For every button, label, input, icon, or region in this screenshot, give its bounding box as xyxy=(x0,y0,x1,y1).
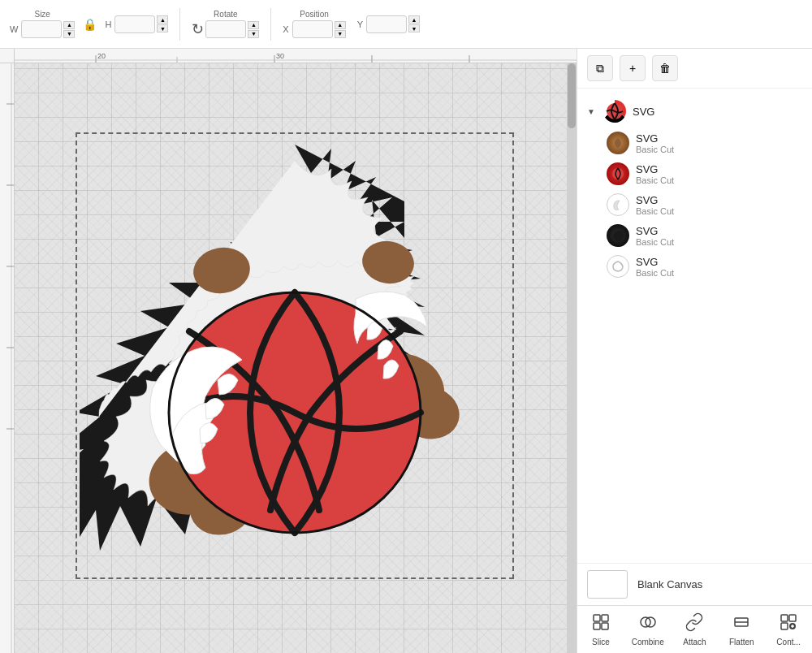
copy-layer-button[interactable]: ⧉ xyxy=(587,55,613,81)
layer-name-0: SVG xyxy=(636,132,674,145)
layer-item-2[interactable]: SVG Basic Cut xyxy=(577,189,812,220)
layer-info-2: SVG Basic Cut xyxy=(636,194,674,216)
x-up[interactable]: ▲ xyxy=(335,21,346,29)
scrollbar-thumb[interactable] xyxy=(568,63,576,128)
slice-icon xyxy=(591,612,611,636)
more-button[interactable]: Cont... xyxy=(765,609,812,650)
y-group: Y ▲ ▼ xyxy=(357,15,420,33)
layer-item-0[interactable]: SVG Basic Cut xyxy=(577,128,812,158)
layer-thumb-0 xyxy=(607,132,629,154)
thumb-svg-3 xyxy=(610,227,626,244)
layer-subname-2: Basic Cut xyxy=(636,206,674,216)
lock-icon[interactable]: 🔒 xyxy=(83,18,97,31)
layer-thumb-parent xyxy=(603,100,626,123)
layer-subname-4: Basic Cut xyxy=(636,268,674,278)
y-label: Y xyxy=(357,19,363,29)
size-group: Size W ▲ ▼ xyxy=(10,10,75,38)
w-label: W xyxy=(10,24,18,34)
canvas-area[interactable] xyxy=(15,63,577,653)
bear-svg xyxy=(80,136,510,575)
y-down[interactable]: ▼ xyxy=(408,24,420,32)
layer-name-1: SVG xyxy=(636,163,674,175)
svg-rect-32 xyxy=(789,615,796,621)
layer-parent-info: SVG xyxy=(633,106,654,118)
combine-button[interactable]: Combine xyxy=(624,609,672,650)
y-stepper[interactable]: ▲ ▼ xyxy=(408,15,420,32)
svg-rect-26 xyxy=(602,623,608,629)
rotate-group: Rotate ↻ ▲ ▼ xyxy=(192,10,259,38)
width-stepper[interactable]: ▲ ▼ xyxy=(63,21,75,38)
layer-info-0: SVG Basic Cut xyxy=(636,132,674,154)
layer-thumb-2 xyxy=(607,193,629,216)
combine-icon xyxy=(638,612,658,636)
layers-list: ▼ SVG SVG Basic Cut xyxy=(577,89,812,563)
height-input[interactable] xyxy=(114,15,155,33)
height-group: H ▲ ▼ xyxy=(105,15,168,33)
slice-button[interactable]: Slice xyxy=(577,609,624,650)
height-down[interactable]: ▼ xyxy=(157,24,168,32)
width-input[interactable] xyxy=(21,20,62,38)
flatten-label: Flatten xyxy=(729,638,754,647)
attach-icon xyxy=(685,612,704,636)
divider-2 xyxy=(270,8,271,41)
layer-parent-name: SVG xyxy=(633,106,654,118)
combine-label: Combine xyxy=(632,638,664,647)
combine-svg xyxy=(638,612,658,632)
more-label: Cont... xyxy=(776,638,800,647)
layer-info-1: SVG Basic Cut xyxy=(636,163,674,185)
rotate-down[interactable]: ▼ xyxy=(248,30,259,38)
svg-rect-25 xyxy=(594,623,600,629)
x-input[interactable] xyxy=(292,20,333,38)
rotate-up[interactable]: ▲ xyxy=(248,21,259,29)
position-label: Position xyxy=(300,10,329,19)
layer-parent-svg[interactable]: ▼ SVG xyxy=(577,95,812,128)
delete-icon: 🗑 xyxy=(659,62,671,75)
svg-point-22 xyxy=(612,168,624,179)
layer-info-4: SVG Basic Cut xyxy=(636,256,674,278)
width-down[interactable]: ▼ xyxy=(63,30,75,38)
delete-layer-button[interactable]: 🗑 xyxy=(652,55,678,81)
canvas-info: Blank Canvas xyxy=(577,563,812,605)
top-toolbar: Size W ▲ ▼ 🔒 H ▲ ▼ Rotate ↻ ▲ xyxy=(0,0,812,49)
layer-thumb-4 xyxy=(607,255,629,278)
width-up[interactable]: ▲ xyxy=(63,21,75,29)
height-up[interactable]: ▲ xyxy=(157,15,168,24)
flatten-icon xyxy=(732,612,751,636)
y-up[interactable]: ▲ xyxy=(408,15,420,24)
ruler-ticks-svg xyxy=(15,49,577,63)
add-layer-button[interactable]: + xyxy=(620,55,646,81)
attach-button[interactable]: Attach xyxy=(672,609,719,650)
x-down[interactable]: ▼ xyxy=(335,30,346,38)
canvas-preview xyxy=(587,570,628,599)
thumb-svg-4 xyxy=(610,258,626,275)
x-stepper[interactable]: ▲ ▼ xyxy=(335,21,346,38)
bear-svg-image xyxy=(80,136,510,575)
add-icon: + xyxy=(629,62,636,75)
scrollbar-right[interactable] xyxy=(567,63,577,653)
flatten-button[interactable]: Flatten xyxy=(718,609,765,650)
ruler-left-svg xyxy=(0,63,15,653)
attach-svg xyxy=(685,612,704,632)
rotate-icon[interactable]: ↻ xyxy=(192,20,204,38)
rotate-input[interactable] xyxy=(205,20,246,38)
h-label: H xyxy=(105,19,111,29)
ruler-top: 20 30 xyxy=(15,49,577,63)
right-panel: Layers Color Sync ⧉ + 🗑 ▼ xyxy=(577,0,812,653)
layer-item-4[interactable]: SVG Basic Cut xyxy=(577,251,812,282)
height-stepper[interactable]: ▲ ▼ xyxy=(157,15,168,32)
size-label: Size xyxy=(34,10,50,19)
layer-subname-0: Basic Cut xyxy=(636,145,674,154)
layer-subname-1: Basic Cut xyxy=(636,175,674,185)
layer-thumb-1 xyxy=(607,162,629,185)
svg-rect-31 xyxy=(781,615,788,621)
layer-item-1[interactable]: SVG Basic Cut xyxy=(577,158,812,189)
thumb-svg-0 xyxy=(610,135,626,151)
rotate-stepper[interactable]: ▲ ▼ xyxy=(248,21,259,38)
layer-item-3[interactable]: SVG Basic Cut xyxy=(577,220,812,251)
bottom-toolbar: Slice Combine Attach xyxy=(577,605,812,653)
svg-rect-24 xyxy=(602,615,608,621)
layer-name-4: SVG xyxy=(636,256,674,268)
rotate-label: Rotate xyxy=(214,10,237,19)
attach-label: Attach xyxy=(683,638,706,647)
y-input[interactable] xyxy=(366,15,407,33)
